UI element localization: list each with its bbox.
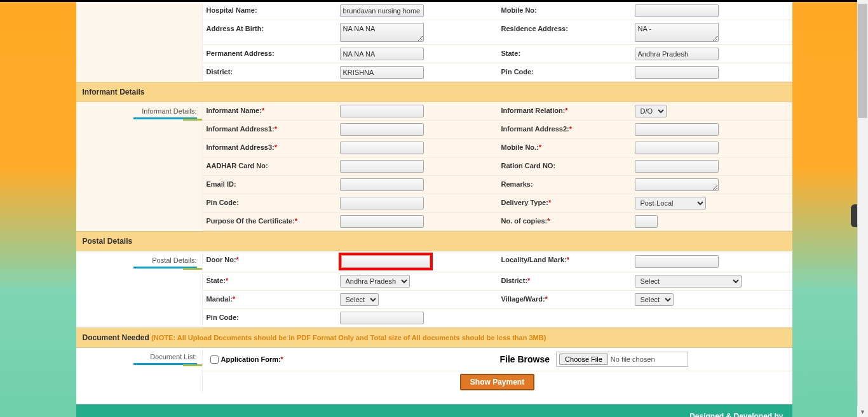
postal-pin-input[interactable] xyxy=(340,312,424,324)
informant-address2-label: Informant Address2:* xyxy=(498,121,631,138)
village-select[interactable]: Select xyxy=(635,293,674,306)
village-label: Village/Ward:* xyxy=(498,291,631,308)
delivery-type-label: Delivery Type:* xyxy=(498,194,631,212)
postal-header: Postal Details xyxy=(76,231,792,251)
mandal-label: Mandal:* xyxy=(203,291,336,308)
application-form-checkbox[interactable] xyxy=(210,355,219,364)
footer-right: Designed & Developed by APOnline xyxy=(689,412,783,417)
postal-pin-label: Pin Code: xyxy=(203,309,336,327)
district-label: District: xyxy=(203,63,336,81)
scrollbar-track[interactable]: ▲ ▼ xyxy=(857,0,868,417)
informant-name-input[interactable] xyxy=(340,105,424,117)
mobile-no-label: Mobile No: xyxy=(498,2,631,20)
postal-state-select[interactable]: Andhra Pradesh xyxy=(340,275,410,288)
locality-input[interactable] xyxy=(635,255,719,268)
informant-header: Informant Details xyxy=(76,82,792,102)
door-no-label: Door No:* xyxy=(203,251,336,272)
purpose-input[interactable] xyxy=(340,215,424,228)
hospital-name-label: Hospital Name: xyxy=(203,2,336,20)
file-status: No file chosen xyxy=(608,355,655,363)
informant-address3-input[interactable] xyxy=(340,142,424,154)
postal-district-label: District:* xyxy=(498,272,631,290)
mandal-select[interactable]: Select xyxy=(340,293,379,306)
state-input[interactable] xyxy=(635,48,719,60)
ration-label: Ration Card NO: xyxy=(498,157,631,175)
pin-code-input[interactable] xyxy=(635,66,719,79)
footer: All Rights Reserved with Director, Elect… xyxy=(76,404,792,417)
locality-label: Locality/Land Mark:* xyxy=(498,251,631,272)
document-list-side-label: Document List: xyxy=(76,348,203,393)
purpose-label: Purpose Of the Certificate:* xyxy=(203,213,336,230)
email-label: Email ID: xyxy=(203,176,336,194)
hospital-name-input[interactable] xyxy=(340,4,424,17)
side-tab-handle[interactable] xyxy=(851,204,857,227)
application-form-label: Application Form:* xyxy=(221,355,283,363)
permanent-address-label: Permanent Address: xyxy=(203,45,336,63)
documents-header: Document Needed (NOTE: All Upload Docume… xyxy=(76,328,792,348)
remarks-label: Remarks: xyxy=(498,176,631,194)
residence-address-input[interactable]: NA - xyxy=(635,23,719,42)
scroll-down-arrow-icon[interactable]: ▼ xyxy=(857,406,868,417)
informant-pin-label: Pin Code: xyxy=(203,194,336,212)
postal-side-label: Postal Details: xyxy=(76,251,203,328)
copies-label: No. of copies:* xyxy=(498,213,631,230)
ration-input[interactable] xyxy=(635,160,719,173)
informant-relation-select[interactable]: D/O xyxy=(635,105,667,117)
permanent-address-input[interactable] xyxy=(340,48,424,60)
informant-mobile-label: Mobile No.:* xyxy=(498,139,631,157)
scrollbar-thumb[interactable] xyxy=(858,4,867,118)
mobile-no-input[interactable] xyxy=(635,4,719,17)
pin-code-label: Pin Code: xyxy=(498,63,631,81)
file-browse-label: File Browse xyxy=(500,354,557,364)
remarks-input[interactable] xyxy=(635,178,719,191)
postal-state-label: State:* xyxy=(203,272,336,290)
aadhar-input[interactable] xyxy=(340,160,424,173)
informant-side-label: Informant Details: xyxy=(76,102,203,231)
informant-name-label: Informant Name:* xyxy=(203,102,336,120)
informant-address1-label: Informant Address1:* xyxy=(203,121,336,138)
email-input[interactable] xyxy=(340,178,424,191)
district-input[interactable] xyxy=(340,66,424,79)
state-label: State: xyxy=(498,45,631,63)
choose-file-button[interactable]: Choose File xyxy=(559,354,608,365)
copies-input[interactable] xyxy=(635,215,658,228)
informant-address1-input[interactable] xyxy=(340,123,424,136)
informant-mobile-input[interactable] xyxy=(635,142,719,154)
informant-address3-label: Informant Address3:* xyxy=(203,139,336,157)
postal-district-select[interactable]: Select xyxy=(635,275,742,288)
door-no-input[interactable] xyxy=(341,255,430,268)
documents-note: (NOTE: All Upload Documents should be in… xyxy=(151,334,546,341)
address-at-birth-label: Address At Birth: xyxy=(203,20,336,44)
informant-address2-input[interactable] xyxy=(635,123,719,136)
main-container: Hospital Name: Mobile No: Address At Bir… xyxy=(76,2,792,417)
informant-pin-input[interactable] xyxy=(340,197,424,209)
hospital-side-label xyxy=(76,2,203,82)
door-no-highlight xyxy=(340,254,431,269)
informant-relation-label: Informant Relation:* xyxy=(498,102,631,120)
residence-address-label: Residence Address: xyxy=(498,20,631,44)
delivery-type-select[interactable]: Post-Local xyxy=(635,197,706,209)
aadhar-label: AADHAR Card No: xyxy=(203,157,336,175)
show-payment-button[interactable]: Show Payment xyxy=(460,374,534,390)
address-at-birth-input[interactable]: NA NA NA xyxy=(340,23,424,42)
